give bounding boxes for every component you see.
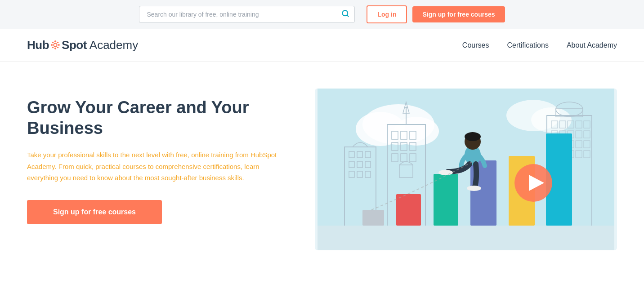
svg-point-3: [54, 44, 56, 46]
svg-point-8: [52, 42, 54, 44]
logo-academy: Academy: [89, 38, 138, 52]
nav-bar: Hub Spot Academy Courses Certifications …: [0, 29, 644, 62]
svg-point-75: [438, 170, 453, 175]
svg-rect-66: [362, 210, 384, 226]
nav-about[interactable]: About Academy: [567, 41, 617, 49]
login-button[interactable]: Log in: [367, 5, 407, 23]
main-content: Grow Your Career and Your Business Take …: [0, 62, 644, 268]
svg-point-76: [467, 186, 481, 191]
hero-title: Grow Your Career and Your Business: [27, 98, 288, 138]
logo-spot: Spot: [62, 38, 87, 52]
nav-certifications[interactable]: Certifications: [507, 41, 548, 49]
svg-point-6: [51, 44, 53, 46]
svg-line-1: [347, 15, 349, 16]
top-bar: Log in Sign up for free courses: [0, 0, 644, 29]
nav-courses[interactable]: Courses: [462, 41, 489, 49]
search-input[interactable]: [139, 6, 355, 23]
search-icon[interactable]: [341, 9, 349, 20]
svg-point-5: [54, 48, 56, 49]
logo-hub: Hub: [27, 38, 49, 52]
hero-illustration: [315, 89, 617, 250]
svg-point-10: [52, 47, 54, 49]
hero-body: Take your professional skills to the nex…: [27, 149, 279, 184]
top-bar-actions: Log in Sign up for free courses: [367, 5, 505, 23]
svg-rect-67: [396, 194, 421, 226]
svg-point-4: [54, 40, 56, 42]
svg-point-17: [531, 107, 572, 133]
svg-rect-65: [318, 226, 614, 250]
svg-point-9: [57, 42, 59, 44]
left-panel: Grow Your Career and Your Business Take …: [27, 89, 288, 224]
search-container: [139, 6, 355, 23]
nav-links: Courses Certifications About Academy: [462, 41, 617, 49]
signup-top-button[interactable]: Sign up for free courses: [412, 6, 505, 22]
svg-point-7: [58, 44, 60, 46]
svg-rect-68: [434, 174, 458, 226]
signup-main-button[interactable]: Sign up for free courses: [27, 200, 162, 224]
logo[interactable]: Hub Spot Academy: [27, 38, 138, 52]
hubspot-sprocket-icon: [49, 39, 61, 51]
svg-point-74: [465, 132, 481, 141]
logo-text: Hub Spot: [27, 38, 87, 52]
svg-point-11: [57, 47, 59, 49]
